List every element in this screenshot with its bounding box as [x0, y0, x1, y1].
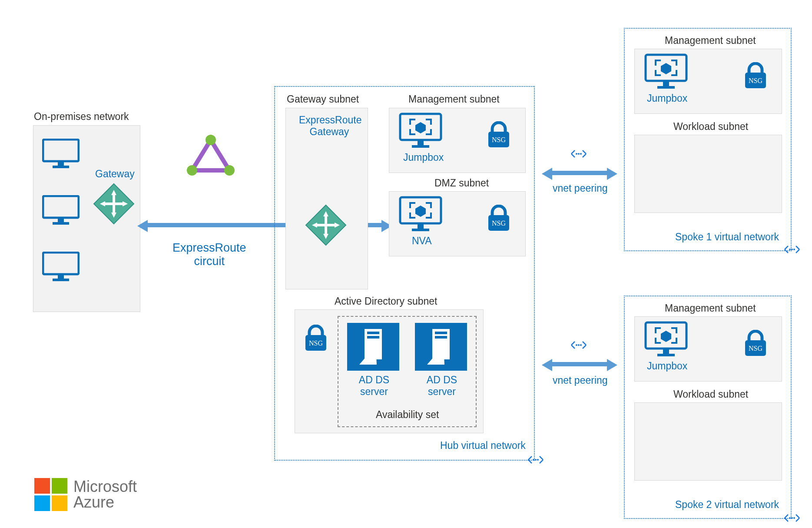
arrow-peering-top — [551, 171, 608, 175]
ms-logo-squares — [34, 478, 67, 511]
svg-point-18 — [224, 165, 235, 176]
gateway-icon — [92, 182, 136, 226]
hub-mgmt-subnet-box: Jumpbox NSG — [389, 108, 526, 173]
spoke1-workload-label: Workload subnet — [673, 121, 748, 133]
ad-ds-label-2: AD DS server — [420, 374, 464, 398]
nva-label: NVA — [412, 235, 432, 247]
svg-rect-4 — [58, 219, 64, 222]
arrow-peering-bottom — [551, 362, 608, 366]
server-icon — [415, 323, 467, 371]
jumpbox-icon — [644, 321, 688, 358]
svg-rect-8 — [53, 279, 69, 281]
nsg-lock-icon: NSG — [303, 325, 329, 352]
ad-subnet-box: NSG AD DS server AD DS server Availabili… — [295, 309, 484, 433]
ad-ds-server-tile — [347, 323, 399, 371]
svg-rect-15 — [104, 203, 123, 205]
svg-point-22 — [537, 459, 539, 461]
spoke2-vnet-label: Spoke 2 virtual network — [675, 499, 779, 511]
svg-rect-6 — [43, 252, 79, 274]
svg-point-57 — [580, 344, 582, 346]
svg-text:NSG: NSG — [492, 136, 506, 143]
peering-icon — [569, 339, 589, 353]
svg-point-17 — [205, 135, 216, 145]
ad-subnet-label: Active Directory subnet — [335, 296, 437, 307]
ad-ds-server-tile — [415, 323, 467, 371]
availability-set-box: AD DS server AD DS server Availability s… — [338, 316, 477, 427]
expressroute-gateway-label: ExpressRoute Gateway — [299, 114, 360, 138]
hub-mgmt-subnet-label: Management subnet — [408, 93, 500, 105]
onprem-box: Gateway — [33, 125, 140, 312]
svg-rect-49 — [435, 332, 447, 334]
svg-rect-32 — [412, 145, 429, 148]
expressroute-circuit-label: ExpressRoute circuit — [172, 241, 246, 268]
ad-ds-label-1: AD DS server — [352, 374, 396, 398]
spoke1-mgmt-label: Management subnet — [665, 35, 756, 46]
gateway-icon — [304, 203, 348, 247]
arrow-head-left — [542, 359, 552, 371]
nva-icon — [399, 196, 442, 232]
arrow-head-left — [542, 168, 552, 180]
svg-rect-63 — [657, 86, 675, 89]
dmz-subnet-box: NVA NSG — [389, 191, 526, 256]
svg-rect-46 — [367, 336, 379, 339]
spoke1-jumpbox-label: Jumpbox — [647, 93, 687, 104]
spoke2-workload-label: Workload subnet — [673, 389, 748, 400]
dmz-subnet-label: DMZ subnet — [434, 177, 489, 189]
jumpbox-icon — [644, 53, 688, 90]
monitor-icon — [42, 139, 80, 169]
monitor-icon — [42, 195, 80, 226]
spoke2-jumpbox-label: Jumpbox — [647, 360, 687, 372]
nsg-lock-icon: NSG — [742, 330, 769, 357]
svg-text:NSG: NSG — [309, 339, 323, 347]
spoke1-workload-box — [634, 135, 782, 213]
spoke2-workload-box — [634, 402, 782, 481]
svg-text:NSG: NSG — [749, 77, 762, 84]
svg-rect-72 — [657, 354, 675, 356]
svg-point-68 — [791, 517, 793, 519]
spoke2-mgmt-box: Jumpbox NSG — [634, 316, 782, 382]
peering-icon — [782, 512, 802, 526]
svg-point-60 — [793, 249, 795, 250]
hub-vnet-label: Hub virtual network — [440, 440, 526, 452]
vnet-peering-label-top: vnet peering — [553, 183, 608, 194]
nsg-lock-icon: NSG — [486, 205, 512, 232]
svg-text:NSG: NSG — [749, 345, 762, 352]
vnet-peering-label-bottom: vnet peering — [553, 375, 608, 386]
gateway-subnet-box: ExpressRoute Gateway — [285, 108, 368, 289]
svg-point-67 — [789, 517, 791, 519]
svg-marker-64 — [661, 63, 671, 74]
svg-rect-0 — [43, 139, 79, 161]
svg-point-54 — [580, 153, 582, 155]
azure-logo: Microsoft Azure — [34, 478, 137, 511]
nsg-lock-icon: NSG — [486, 121, 512, 148]
svg-point-19 — [187, 165, 197, 176]
svg-rect-5 — [53, 222, 69, 225]
arrow-head-left — [137, 220, 148, 232]
gateway-subnet-label: Gateway subnet — [287, 93, 359, 105]
availability-set-label: Availability set — [376, 409, 439, 421]
peering-icon — [526, 454, 546, 468]
svg-point-58 — [789, 249, 791, 250]
svg-rect-38 — [412, 229, 429, 231]
svg-rect-1 — [58, 162, 64, 166]
nsg-lock-icon: NSG — [742, 62, 769, 89]
svg-rect-37 — [418, 224, 424, 229]
spoke2-mgmt-label: Management subnet — [665, 302, 756, 314]
onprem-title: On-premises network — [34, 111, 129, 123]
svg-point-52 — [576, 153, 577, 155]
svg-rect-3 — [43, 196, 79, 218]
peering-icon — [569, 148, 589, 162]
arrow-head-right — [607, 168, 617, 180]
hub-jumpbox-label: Jumpbox — [403, 152, 444, 163]
svg-text:NSG: NSG — [492, 219, 506, 227]
svg-rect-50 — [435, 336, 447, 339]
expressroute-triangle-icon — [187, 135, 235, 178]
server-icon — [347, 323, 399, 371]
peering-icon — [782, 243, 802, 257]
onprem-gateway-label: Gateway — [95, 168, 135, 180]
svg-point-21 — [535, 459, 537, 461]
brand-name: Microsoft — [73, 479, 137, 495]
svg-point-20 — [533, 459, 534, 461]
svg-rect-71 — [663, 349, 669, 354]
svg-point-56 — [578, 344, 580, 346]
